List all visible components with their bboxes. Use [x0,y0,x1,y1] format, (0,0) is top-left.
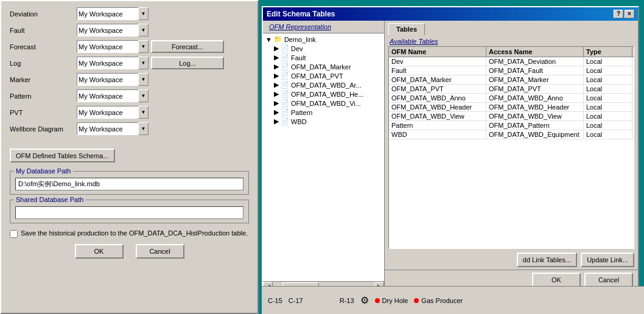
ofm-rep-tab[interactable]: OFM Representation [263,21,384,33]
td-type: Local [584,75,632,84]
collapse-icon: ▼ [265,36,272,43]
select-deviation[interactable]: My Workspace [77,7,149,20]
row-fault: Fault My Workspace ▼ [10,24,249,37]
select-wellbore-wrapper[interactable]: My Workspace ▼ [77,122,149,135]
th-ofm-name: OFM Name [389,47,486,57]
expand-icon-wbd-he: ▶ [274,90,279,98]
table-row[interactable]: Dev OFM_DATA_Deviation Local [389,57,634,66]
td-ofm-name: Pattern [389,121,486,130]
select-fault-wrapper[interactable]: My Workspace ▼ [77,24,149,37]
log-button[interactable]: Log... [151,57,224,69]
select-forecast-wrapper[interactable]: My Workspace ▼ [77,40,149,53]
select-pattern-wrapper[interactable]: My Workspace ▼ [77,89,149,102]
forecast-button[interactable]: Forecast... [151,40,224,53]
left-panel: OFM Representation ▼ 📁 Demo_link ▶ 📄 Dev… [263,21,385,291]
dry-hole-marker [375,298,380,303]
td-ofm-name: OFM_DATA_WBD_Anno [389,94,486,102]
select-fault[interactable]: My Workspace [77,24,149,37]
td-access-name: OFM_DATA_Deviation [486,57,584,66]
link-tables-button[interactable]: dd Link Tables... [517,253,577,267]
tree-root[interactable]: ▼ 📁 Demo_link [264,35,383,44]
select-log[interactable]: My Workspace [77,57,149,69]
table-icon-fault: 📄 [281,54,289,61]
tree-area[interactable]: ▼ 📁 Demo_link ▶ 📄 Dev ▶ 📄 Fault ▶ 📄 [263,33,384,281]
update-link-button[interactable]: Update Link... [581,253,634,267]
tree-child-marker[interactable]: ▶ 📄 OFM_DATA_Marker [264,62,383,71]
help-button[interactable]: ? [614,10,623,18]
td-ofm-name: OFM_DATA_WBD_Header [389,103,486,111]
shared-database-input[interactable] [15,206,243,219]
table-row[interactable]: Pattern OFM_DATA_Pattern Local [389,121,634,130]
expand-icon-pattern: ▶ [274,108,279,116]
dialog-cancel-button[interactable]: Cancel [584,273,633,287]
my-database-input[interactable] [15,178,243,190]
select-pattern[interactable]: My Workspace [77,89,149,102]
table-icon-marker: 📄 [281,63,289,71]
td-type: Local [584,103,632,111]
table-row[interactable]: OFM_DATA_WBD_View OFM_DATA_WBD_View Loca… [389,112,634,121]
gear-icon: ⚙ [360,295,369,306]
tree-child-pattern[interactable]: ▶ 📄 Pattern [264,108,383,117]
select-log-wrapper[interactable]: My Workspace ▼ [77,57,149,69]
table-header: OFM Name Access Name Type [389,47,634,57]
table-icon-wbd: 📄 [281,117,289,125]
select-pvt[interactable]: My Workspace [77,106,149,119]
my-database-legend: My Database Path [14,167,73,175]
dialog-content: OFM Representation ▼ 📁 Demo_link ▶ 📄 Dev… [263,21,638,291]
expand-icon: ▶ [274,44,279,52]
left-cancel-button[interactable]: Cancel [136,244,184,259]
dialog-title-bar: Edit Schema Tables ? × [263,7,638,21]
td-type: Local [584,130,632,139]
td-type: Local [584,85,632,93]
dialog-ok-button[interactable]: OK [532,273,581,287]
tab-tables[interactable]: Tables [388,23,425,35]
table-icon-wbd-an: 📄 [281,81,289,89]
table-row[interactable]: Fault OFM_DATA_Fault Local [389,66,634,75]
table-row[interactable]: WBD OFM_DATA_WBD_Equipment Local [389,130,634,139]
schema-table[interactable]: OFM Name Access Name Type Dev OFM_DATA_D… [388,46,634,249]
row-wellbore: Wellbore Diagram My Workspace ▼ [10,122,249,135]
dry-hole-item: Dry Hole [375,297,408,304]
gas-producer-label: Gas Producer [421,297,463,304]
label-fault: Fault [10,27,77,34]
left-dialog-buttons: OK Cancel [1,244,257,263]
td-access-name: OFM_DATA_WBD_Anno [486,94,584,102]
right-dialog: Edit Schema Tables ? × OFM Representatio… [262,6,639,292]
available-tables-label: Available Tables [385,35,638,46]
select-wellbore[interactable]: My Workspace [77,122,149,135]
table-row[interactable]: OFM_DATA_WBD_Anno OFM_DATA_WBD_Anno Loca… [389,94,634,103]
table-row[interactable]: OFM_DATA_WBD_Header OFM_DATA_WBD_Header … [389,103,634,112]
dry-hole-label: Dry Hole [382,297,408,304]
bottom-bar: C-15 C-17 R-13 ⚙ Dry Hole Gas Producer [262,286,644,314]
table-icon-pvt: 📄 [281,72,289,80]
td-access-name: OFM_DATA_Marker [486,75,584,84]
tree-child-fault[interactable]: ▶ 📄 Fault [264,53,383,62]
row-log: Log My Workspace ▼ Log... [10,57,249,69]
tree-child-wbd-vi[interactable]: ▶ 📄 OFM_DATA_WBD_Vi... [264,99,383,108]
select-pvt-wrapper[interactable]: My Workspace ▼ [77,106,149,119]
shared-database-group: Shared Database Path [10,200,249,223]
tree-child-dev[interactable]: ▶ 📄 Dev [264,44,383,53]
tree-child-wbd-he[interactable]: ▶ 📄 OFM_DATA_WBD_He... [264,89,383,99]
title-buttons: ? × [614,10,634,18]
dialog-title: Edit Schema Tables [267,10,335,18]
close-button[interactable]: × [625,10,634,18]
select-forecast[interactable]: My Workspace [77,40,149,53]
table-row[interactable]: OFM_DATA_Marker OFM_DATA_Marker Local [389,75,634,85]
tree-child-wbd-he-label: OFM_DATA_WBD_He... [291,91,363,98]
label-deviation: Deviation [10,10,77,18]
select-marker-wrapper[interactable]: My Workspace ▼ [77,73,149,86]
schema-button[interactable]: OFM Defined Tables Schema... [10,148,115,162]
table-row[interactable]: OFM_DATA_PVT OFM_DATA_PVT Local [389,85,634,94]
left-ok-button[interactable]: OK [75,244,124,259]
tree-child-pvt[interactable]: ▶ 📄 OFM_DATA_PVT [264,71,383,80]
select-deviation-wrapper[interactable]: My Workspace ▼ [77,7,149,20]
left-dialog: Deviation My Workspace ▼ Fault My Worksp… [0,0,259,314]
tree-child-pvt-label: OFM_DATA_PVT [291,72,343,80]
hist-production-checkbox[interactable] [10,230,18,238]
row-forecast: Forecast My Workspace ▼ Forecast... [10,40,249,53]
select-marker[interactable]: My Workspace [77,73,149,86]
td-ofm-name: OFM_DATA_Marker [389,75,486,84]
tree-child-wbd[interactable]: ▶ 📄 WBD [264,117,383,126]
tree-child-wbd-an[interactable]: ▶ 📄 OFM_DATA_WBD_Ar... [264,80,383,89]
